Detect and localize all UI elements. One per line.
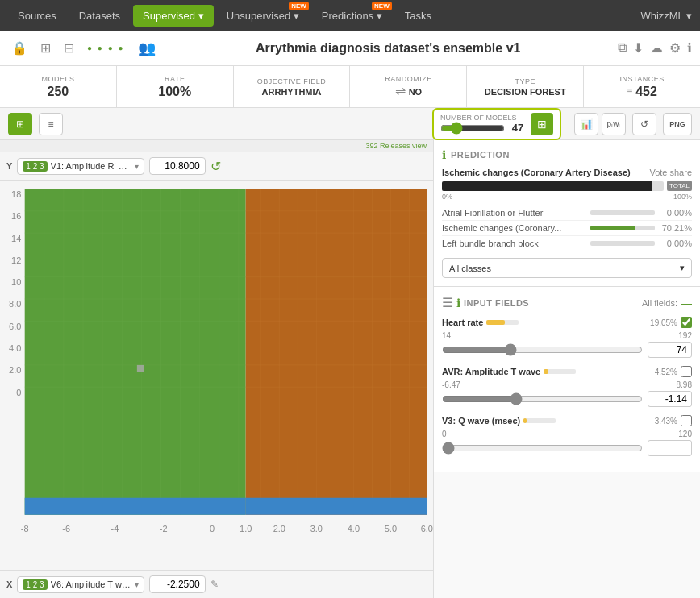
y-field-badge: 1 2 3 [23,161,47,172]
randomize-icon: ⇌ [395,83,406,98]
grid-icon: ⊞ [16,118,24,130]
nav-predictions[interactable]: NEW Predictions ▾ [312,5,392,27]
refresh-button[interactable]: ↺ [632,113,656,135]
stat-instances-label: INSTANCES [619,75,664,83]
copy-icon[interactable]: ⧉ [618,40,627,56]
if-left: ☰ ℹ INPUT FIELDS [442,295,529,310]
svg-text:-8: -8 [21,524,29,534]
cloud-icon[interactable]: ☁ [650,40,663,56]
field-checkbox[interactable] [681,317,692,328]
svg-rect-52 [137,365,144,372]
releases-count: 392 [365,142,377,150]
num-models-icon[interactable]: ⊞ [531,113,553,135]
nav-sources[interactable]: Sources [8,5,66,27]
field-slider[interactable] [442,343,643,356]
nav-datasets[interactable]: Datasets [69,5,130,27]
x-axis-field-button[interactable]: 1 2 3 V6: Amplitude T wa... ▾ [17,576,144,593]
dots-icon[interactable]: ● ● ● ● [84,40,128,56]
field-value-input[interactable] [648,440,692,456]
field-checkbox[interactable] [681,366,692,377]
svg-text:0: 0 [210,524,215,534]
field-name: AVR: Amplitude T wave [442,367,540,376]
nav-tasks[interactable]: Tasks [395,5,441,27]
all-classes-dropdown[interactable]: All classes ▾ [442,258,692,278]
y-axis-field-button[interactable]: 1 2 3 V1: Amplitude R' w... ▾ [17,158,144,175]
field-slider[interactable] [442,442,643,455]
prediction-class-row: Left bundle branch block 0.00% [442,236,692,251]
svg-text:16: 16 [11,212,21,222]
field-slider-row [442,342,692,358]
prediction-section: ℹ PREDICTION Ischemic changes (Coronary … [434,140,700,287]
field-checkbox[interactable] [681,415,692,426]
nav-unsupervised[interactable]: NEW Unsupervised ▾ [217,5,309,27]
field-importance-bar [544,369,576,374]
num-models-slider[interactable] [440,122,505,135]
field-range: -6.47 8.98 [442,380,692,389]
field-range: 0 120 [442,430,692,438]
y-axis-selector: Y 1 2 3 V1: Amplitude R' w... ▾ ↺ [0,152,433,181]
field-slider-row [442,391,692,407]
list-view-button[interactable]: ≡ [39,113,63,135]
nav-supervised[interactable]: Supervised ▾ [133,5,214,27]
prediction-header: ℹ PREDICTION [442,148,692,161]
stat-objective: OBJECTIVE FIELD ARRHYTHMIA [234,66,351,107]
refresh-icon: ↺ [640,118,648,130]
bar-end-label: 100% [673,193,692,201]
total-button[interactable]: TOTAL [667,181,692,191]
grid-view-button[interactable]: ⊞ [8,113,32,135]
left-panel: 392 Releases view Y 1 2 3 V1: Amplitude … [0,140,434,598]
field-header: AVR: Amplitude T wave 4.52% [442,366,692,377]
releases-link[interactable]: 392 Releases view [0,140,433,152]
input-fields-header: ☰ ℹ INPUT FIELDS All fields: — [442,295,692,310]
stat-instances-value: 452 [635,85,657,99]
settings-icon[interactable]: ⚙ [669,40,681,56]
field-value-input[interactable] [648,391,692,407]
y-axis-refresh-icon[interactable]: ↺ [210,159,221,174]
info-icon[interactable]: ℹ [687,40,692,56]
y-field-chevron-icon: ▾ [135,162,139,171]
stats-bar: MODELS 250 RATE 100% OBJECTIVE FIELD ARR… [0,66,700,108]
input-field-row: V3: Q wave (msec) 3.43% 0 120 [442,415,692,456]
input-fields-title: INPUT FIELDS [464,298,529,308]
releases-text: Releases view [380,142,427,150]
stat-type-value: DECISION FOREST [485,87,566,97]
field-slider[interactable] [442,392,643,405]
input-fields-list-icon: ☰ [442,295,453,310]
x-axis-edit-icon[interactable]: ✎ [210,579,219,590]
x-field-name: V6: Amplitude T wa... [51,579,131,589]
share-icon[interactable]: 👥 [135,36,159,60]
pw-chart-button[interactable]: pᵢwᵢ [602,113,626,135]
toolbar-right-icons: ⧉ ⬇ ☁ ⚙ ℹ [618,40,692,56]
field-value-input[interactable] [648,342,692,358]
field-min: 14 [442,331,451,340]
prediction-bar-row: TOTAL [442,181,692,191]
collapse-button[interactable]: — [681,297,692,309]
all-classes-value: All classes [449,264,491,273]
prediction-class-row: Ischemic changes (Coronary... 70.21% [442,221,692,236]
num-models-label: NUMBER OF MODELS [440,114,526,122]
predictions-new-badge: NEW [372,2,392,10]
stat-randomize-label: RANDOMIZE [385,75,432,83]
prediction-classes: Atrial Fibrillation or Flutter 0.00% Isc… [442,206,692,251]
svg-text:0: 0 [16,388,21,397]
stat-instances: INSTANCES ≡ 452 [584,66,700,107]
png-export-button[interactable]: PNG [663,113,692,135]
x-axis-value-input[interactable] [149,575,206,593]
y-axis-value-input[interactable] [149,157,206,175]
prediction-class-bar [590,210,655,215]
tree-icon[interactable]: ⊞ [37,37,54,59]
field-min: -6.47 [442,380,460,389]
if-right: All fields: — [642,297,692,309]
input-fields-info-icon: ℹ [456,297,460,309]
lock-icon[interactable]: 🔒 [8,37,31,59]
field-max: 192 [678,331,692,340]
download-icon[interactable]: ⬇ [633,40,644,56]
bar-chart-button[interactable]: 📊 [574,113,598,135]
field-importance-fill [486,320,505,325]
svg-text:6.0: 6.0 [421,524,433,534]
x-field-badge: 1 2 3 [23,579,47,590]
blocks-icon[interactable]: ⊟ [60,37,77,59]
nav-whizzml[interactable]: WhizzML ▾ [640,10,692,22]
toolbar: 🔒 ⊞ ⊟ ● ● ● ● 👥 Arrythmia diagnosis data… [0,31,700,66]
prediction-class-row: Atrial Fibrillation or Flutter 0.00% [442,206,692,221]
